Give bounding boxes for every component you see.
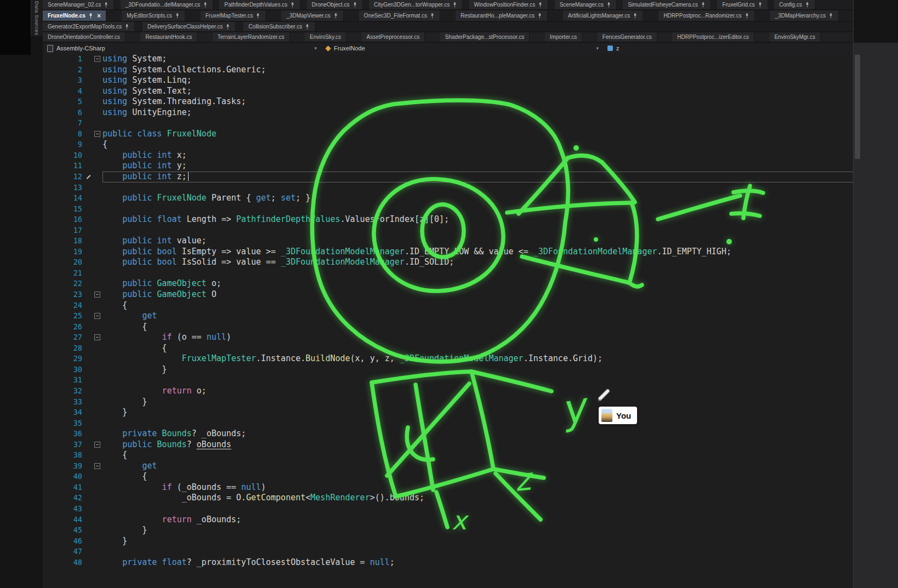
code-editor[interactable]: 1−using System;2using System.Collections… <box>43 54 854 588</box>
code-line-34[interactable]: 34 } <box>43 407 854 418</box>
code-line-19[interactable]: 19 public bool IsEmpty => value >= _3DFo… <box>43 247 854 258</box>
fold-marker[interactable]: − <box>92 311 103 322</box>
code-line-15[interactable]: 15 <box>43 204 854 215</box>
editor-tab-artificiallightsmanager-cs[interactable]: ArtificialLightsManager.cs <box>563 10 643 21</box>
fold-marker[interactable]: − <box>92 54 103 65</box>
member-dropdown[interactable]: z <box>603 43 854 54</box>
code-line-24[interactable]: 24 { <box>43 300 854 311</box>
code-line-3[interactable]: 3using System.Linq; <box>43 75 854 86</box>
code-line-47[interactable]: 47 <box>43 546 854 557</box>
editor-tab-collisionsubscriber-cs[interactable]: CollisionSubscriber.cs <box>243 22 315 31</box>
code-line-43[interactable]: 43 <box>43 504 854 515</box>
editor-tab-simulatedfisheyecamera-cs[interactable]: SimulatedFisheyeCamera.cs <box>623 0 711 9</box>
pin-icon[interactable] <box>538 2 543 8</box>
editor-tab-fruxelgrid-cs[interactable]: FruxelGrid.cs <box>717 0 768 9</box>
code-line-28[interactable]: 28 { <box>43 343 854 354</box>
code-line-14[interactable]: 14 public FruxelNode Parent { get; set; … <box>43 193 854 204</box>
fold-marker[interactable]: − <box>92 332 103 343</box>
code-line-45[interactable]: 45 } <box>43 525 854 536</box>
code-line-7[interactable]: 7 <box>43 118 854 129</box>
editor-tab-terrainlayerrandomizer-cs[interactable]: TerrainLayerRandomizer.cs <box>213 32 290 42</box>
pin-icon[interactable] <box>452 2 457 8</box>
code-line-44[interactable]: 44 return _oBounds; <box>43 515 854 526</box>
pin-icon[interactable] <box>305 24 310 30</box>
pin-icon[interactable] <box>353 2 357 8</box>
code-line-36[interactable]: 36 private Bounds? _oBounds; <box>43 429 854 439</box>
editor-tab-citygen3dgen-torwrapper-cs[interactable]: CityGen3DGen...torWrapper.cs <box>369 0 463 9</box>
code-line-46[interactable]: 46 } <box>43 536 854 547</box>
pin-icon[interactable] <box>430 13 435 19</box>
code-line-35[interactable]: 35 <box>43 418 854 429</box>
editor-tab-myeditorscripts-cs[interactable]: MyEditorScripts.cs <box>122 10 185 21</box>
chevron-down-icon[interactable]: ▾ <box>314 45 317 51</box>
editor-tab-fruxelnode-cs[interactable]: FruxelNode.cs× <box>43 10 106 21</box>
editor-tab-restaurantho-plemanager-cs[interactable]: RestaurantHo...pleManager.cs <box>456 10 548 21</box>
close-icon[interactable]: × <box>97 13 101 19</box>
editor-tab-shaderpackage-stprocessor-cs[interactable]: ShaderPackage...stProcessor.cs <box>440 32 530 42</box>
chevron-down-icon[interactable]: ▾ <box>596 45 599 51</box>
code-line-10[interactable]: 10 public int x; <box>43 150 854 161</box>
code-line-41[interactable]: 41 if (_oBounds == null) <box>43 482 854 493</box>
code-line-9[interactable]: 9{ <box>43 139 854 150</box>
code-line-26[interactable]: 26 { <box>43 322 854 333</box>
editor-tab-assetpreprocessor-cs[interactable]: AssetPreprocessor.cs <box>362 32 425 42</box>
pin-icon[interactable] <box>290 2 295 8</box>
code-line-16[interactable]: 16 public float Length => PathfinderDept… <box>43 214 854 225</box>
pin-icon[interactable] <box>175 13 180 19</box>
editor-tab-fruxelmaptester-cs[interactable]: FruxelMapTester.cs <box>201 10 266 21</box>
code-line-22[interactable]: 22 public GameObject o; <box>43 278 854 289</box>
editor-tab-hdrppostproc-randomizer-cs[interactable]: HDRPPostproc...Randomizer.cs <box>658 10 754 21</box>
pin-icon[interactable] <box>758 2 763 8</box>
code-line-13[interactable]: 13 <box>43 182 854 193</box>
code-line-21[interactable]: 21 <box>43 268 854 279</box>
editor-tab-deliverysurfaceclasshelper-cs[interactable]: DeliverySurfaceClassHelper.cs <box>143 22 236 31</box>
editor-tab-envirosky-cs[interactable]: EnviroSky.cs <box>305 32 346 42</box>
code-line-33[interactable]: 33 } <box>43 397 854 408</box>
editor-tab-scenemanager-cs[interactable]: SceneManager.cs <box>555 0 617 9</box>
code-line-31[interactable]: 31 <box>43 375 854 386</box>
pin-icon[interactable] <box>828 13 833 19</box>
code-line-48[interactable]: 48 private float? _proximityToClosestObs… <box>43 557 854 568</box>
pin-icon[interactable] <box>744 13 749 19</box>
editor-tab--3dmapviewer-cs[interactable]: _3DMapViewer.cs <box>281 10 343 21</box>
pin-icon[interactable] <box>333 13 338 19</box>
project-dropdown[interactable]: Assembly-CSharp ▾ <box>43 43 321 54</box>
pin-icon[interactable] <box>701 2 706 8</box>
pin-icon[interactable] <box>203 2 208 8</box>
editor-tab-droneorientationcontroller-cs[interactable]: DroneOrientationController.cs <box>43 32 126 42</box>
type-dropdown[interactable]: FruxelNode ▾ <box>321 43 603 54</box>
code-line-11[interactable]: 11 public int y; <box>43 161 854 172</box>
editor-tab-onesec3d-fileformat-cs[interactable]: OneSec3D_FileFormat.cs <box>359 10 440 21</box>
editor-tab-fencesgenerator-cs[interactable]: FencesGenerator.cs <box>598 32 657 42</box>
pin-icon[interactable] <box>805 2 810 8</box>
editor-tab--3dfoundatio-delmanager-cs[interactable]: _3DFoundatio...delManager.cs <box>121 0 213 9</box>
pin-icon[interactable] <box>633 13 638 19</box>
code-line-42[interactable]: 42 _oBounds = O.GetComponent<MeshRendere… <box>43 493 854 504</box>
code-line-30[interactable]: 30 } <box>43 364 854 375</box>
code-line-18[interactable]: 18 public int value; <box>43 236 854 247</box>
fold-marker[interactable]: − <box>92 439 103 450</box>
code-line-1[interactable]: 1−using System; <box>43 54 854 65</box>
editor-tab-importer-cs[interactable]: Importer.cs <box>545 32 582 42</box>
data-sources-tab[interactable]: Data Sources <box>31 0 43 36</box>
code-line-27[interactable]: 27− if (o == null) <box>43 332 854 343</box>
pin-icon[interactable] <box>537 13 542 19</box>
editor-tab-config-cs[interactable]: Config.cs <box>774 0 815 9</box>
editor-tab-scenemanager-02-cs[interactable]: SceneManager_02.cs <box>43 0 114 9</box>
editor-tab-enviroskymgr-cs[interactable]: EnviroSkyMgr.cs <box>769 32 820 42</box>
code-line-20[interactable]: 20 public bool IsSolid => value == _3DFo… <box>43 257 854 268</box>
code-line-32[interactable]: 32 return o; <box>43 386 854 397</box>
fold-marker[interactable]: − <box>92 461 103 472</box>
editor-tab-generator2exportmaptools-cs[interactable]: Generator2ExportMapTools.cs <box>43 22 135 31</box>
pin-icon[interactable] <box>225 24 230 30</box>
code-line-5[interactable]: 5using System.Threading.Tasks; <box>43 96 854 107</box>
fold-marker[interactable]: − <box>92 129 103 140</box>
code-line-17[interactable]: 17 <box>43 225 854 236</box>
code-line-4[interactable]: 4using System.Text; <box>43 86 854 97</box>
code-line-12[interactable]: 12 public int z; <box>43 172 854 182</box>
pin-icon[interactable] <box>606 2 611 8</box>
pin-icon[interactable] <box>104 2 109 8</box>
code-line-6[interactable]: 6using UnityEngine; <box>43 107 854 118</box>
pin-icon[interactable] <box>255 13 260 19</box>
pin-icon[interactable] <box>124 24 129 30</box>
